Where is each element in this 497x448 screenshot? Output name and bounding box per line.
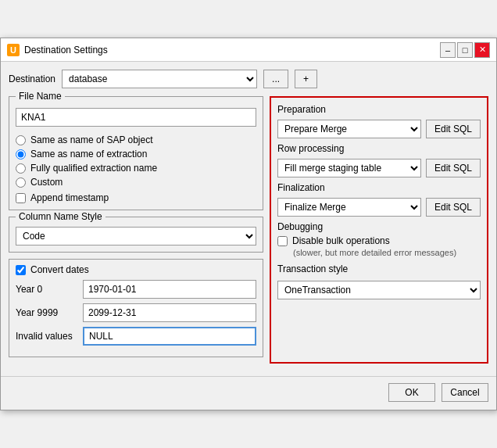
cancel-button[interactable]: Cancel bbox=[442, 383, 488, 402]
invalid-values-row: Invalid values bbox=[16, 327, 256, 346]
radio-item-sap: Same as name of SAP object bbox=[16, 134, 256, 145]
footer: OK Cancel bbox=[1, 376, 496, 410]
year0-input[interactable] bbox=[83, 280, 256, 299]
convert-dates-label: Convert dates bbox=[30, 264, 89, 275]
close-button[interactable]: ✕ bbox=[474, 42, 490, 58]
title-bar: U Destination Settings – □ ✕ bbox=[1, 38, 496, 62]
transaction-section: Transaction style OneTransaction bbox=[277, 263, 481, 299]
radio-item-custom: Custom bbox=[16, 177, 256, 188]
year9999-label: Year 9999 bbox=[16, 307, 78, 318]
column-name-style-title: Column Name Style bbox=[16, 211, 105, 222]
app-icon: U bbox=[7, 44, 20, 56]
append-timestamp-row: Append timestamp bbox=[16, 192, 256, 203]
finalization-label: Finalization bbox=[277, 182, 481, 193]
radio-sap-label: Same as name of SAP object bbox=[30, 134, 153, 145]
year9999-row: Year 9999 bbox=[16, 303, 256, 322]
radio-qualified[interactable] bbox=[16, 163, 26, 174]
disable-bulk-label: Disable bulk operations bbox=[292, 235, 390, 246]
destination-settings-dialog: U Destination Settings – □ ✕ Destination… bbox=[0, 38, 497, 410]
finalization-row: Finalize Merge Edit SQL bbox=[277, 198, 481, 217]
disable-bulk-checkbox[interactable] bbox=[277, 236, 288, 246]
main-layout: File Name Same as name of SAP object Sam… bbox=[9, 96, 488, 364]
title-bar-left: U Destination Settings bbox=[7, 44, 108, 56]
append-timestamp-checkbox[interactable] bbox=[16, 193, 26, 203]
maximize-button[interactable]: □ bbox=[457, 42, 473, 58]
filename-group-title: File Name bbox=[16, 91, 65, 102]
radio-qualified-label: Fully qualified extraction name bbox=[30, 163, 157, 174]
radio-group: Same as name of SAP object Same as name … bbox=[16, 134, 256, 188]
finalization-edit-sql-button[interactable]: Edit SQL bbox=[426, 198, 481, 217]
destination-label: Destination bbox=[9, 73, 55, 84]
debug-note: (slower, but more detailed error message… bbox=[293, 248, 481, 257]
row-processing-select[interactable]: Fill merge staging table bbox=[277, 159, 421, 177]
radio-custom[interactable] bbox=[16, 177, 26, 188]
disable-bulk-row: Disable bulk operations bbox=[277, 235, 481, 246]
row-processing-row: Fill merge staging table Edit SQL bbox=[277, 159, 481, 177]
invalid-values-label: Invalid values bbox=[16, 331, 78, 342]
main-content: Destination database ... + File Name bbox=[1, 62, 496, 371]
debugging-label: Debugging bbox=[277, 221, 481, 232]
convert-dates-checkbox-row: Convert dates bbox=[16, 264, 256, 275]
row-processing-edit-sql-button[interactable]: Edit SQL bbox=[426, 159, 481, 177]
destination-select[interactable]: database bbox=[62, 70, 257, 88]
preparation-row: Prepare Merge Edit SQL bbox=[277, 120, 481, 138]
row-processing-label: Row processing bbox=[277, 143, 481, 154]
finalization-section: Finalization Finalize Merge Edit SQL bbox=[277, 182, 481, 217]
ellipsis-button[interactable]: ... bbox=[263, 70, 288, 88]
append-timestamp-label: Append timestamp bbox=[30, 192, 109, 203]
radio-custom-label: Custom bbox=[30, 177, 63, 188]
column-name-style-group: Column Name Style Code bbox=[9, 217, 263, 253]
preparation-label: Preparation bbox=[277, 104, 481, 115]
convert-dates-checkbox[interactable] bbox=[16, 265, 26, 275]
invalid-values-input[interactable] bbox=[83, 327, 256, 346]
radio-extraction-label: Same as name of extraction bbox=[30, 149, 147, 159]
convert-dates-group: Convert dates Year 0 Year 9999 Invalid v… bbox=[9, 259, 263, 357]
preparation-select[interactable]: Prepare Merge bbox=[277, 120, 421, 138]
plus-button[interactable]: + bbox=[295, 70, 317, 88]
finalization-select[interactable]: Finalize Merge bbox=[277, 198, 421, 217]
year9999-input[interactable] bbox=[83, 303, 256, 322]
debugging-section: Debugging Disable bulk operations (slowe… bbox=[277, 221, 481, 257]
radio-extraction[interactable] bbox=[16, 149, 26, 159]
transaction-select[interactable]: OneTransaction bbox=[277, 281, 481, 299]
column-name-style-select[interactable]: Code bbox=[16, 227, 256, 246]
row-processing-section: Row processing Fill merge staging table … bbox=[277, 143, 481, 177]
minimize-button[interactable]: – bbox=[440, 42, 456, 58]
filename-input[interactable] bbox=[16, 108, 256, 127]
filename-group: File Name Same as name of SAP object Sam… bbox=[9, 96, 263, 210]
preparation-edit-sql-button[interactable]: Edit SQL bbox=[426, 120, 481, 138]
filename-group-content: Same as name of SAP object Same as name … bbox=[16, 105, 256, 203]
title-buttons: – □ ✕ bbox=[440, 42, 490, 58]
transaction-label: Transaction style bbox=[277, 263, 481, 274]
radio-item-qualified: Fully qualified extraction name bbox=[16, 163, 256, 174]
window-title: Destination Settings bbox=[24, 45, 108, 56]
right-panel: Preparation Prepare Merge Edit SQL Row p… bbox=[270, 96, 488, 364]
destination-row: Destination database ... + bbox=[9, 70, 488, 88]
radio-item-extraction: Same as name of extraction bbox=[16, 149, 256, 159]
radio-sap-object[interactable] bbox=[16, 135, 26, 145]
year0-row: Year 0 bbox=[16, 280, 256, 299]
year0-label: Year 0 bbox=[16, 284, 78, 295]
left-panel: File Name Same as name of SAP object Sam… bbox=[9, 96, 263, 364]
ok-button[interactable]: OK bbox=[388, 383, 435, 402]
column-name-style-content: Code bbox=[16, 227, 256, 246]
preparation-section: Preparation Prepare Merge Edit SQL bbox=[277, 104, 481, 138]
